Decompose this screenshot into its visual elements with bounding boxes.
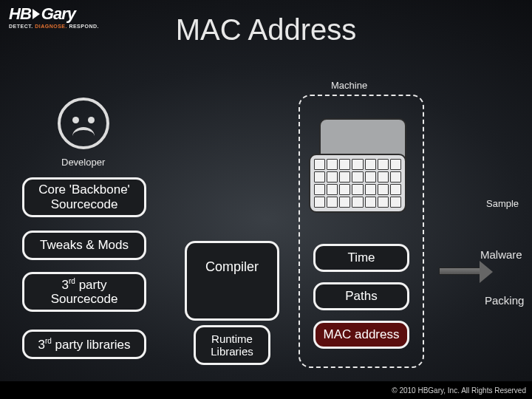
keyboard-front-icon <box>309 154 406 213</box>
box-core-text: Core 'Backbone' Sourcecode <box>29 183 140 211</box>
box-paths: Paths <box>313 282 409 310</box>
arrow-icon <box>439 267 480 275</box>
developer-label: Developer <box>61 157 105 168</box>
mac-text: MAC address <box>324 327 400 342</box>
copyright-text: © 2010 HBGary, Inc. All Rights Reserved <box>392 386 526 395</box>
sad-face-icon <box>58 98 109 149</box>
box-compiler: Compiler <box>185 241 279 321</box>
machine-label: Machine <box>331 80 367 91</box>
sample-label: Sample <box>486 198 519 209</box>
paths-text: Paths <box>345 289 377 304</box>
box-core-sourcecode: Core 'Backbone' Sourcecode <box>22 177 146 217</box>
box-runtime-libraries: Runtime Libraries <box>194 325 270 365</box>
time-text: Time <box>347 250 375 265</box>
third-src-line2: Sourcecode <box>51 292 118 307</box>
box-mac-address: MAC address <box>313 321 409 349</box>
slide-title: MAC Address <box>0 13 532 47</box>
box-tweaks-text: Tweaks & Mods <box>40 238 129 253</box>
footer: © 2010 HBGary, Inc. All Rights Reserved <box>0 381 532 399</box>
compiler-text: Compiler <box>205 259 259 275</box>
box-tweaks-mods: Tweaks & Mods <box>22 231 146 260</box>
box-third-party-libraries: 3rd party libraries <box>22 330 146 359</box>
box-third-party-source: 3rd party Sourcecode <box>22 272 146 312</box>
box-time: Time <box>313 244 409 272</box>
packing-label: Packing <box>485 294 524 307</box>
third-lib-text: 3rd party libraries <box>38 337 130 352</box>
runtime-text: Runtime Libraries <box>200 332 264 358</box>
malware-label: Malware <box>480 248 522 261</box>
third-src-line1: 3rd party <box>62 277 107 292</box>
